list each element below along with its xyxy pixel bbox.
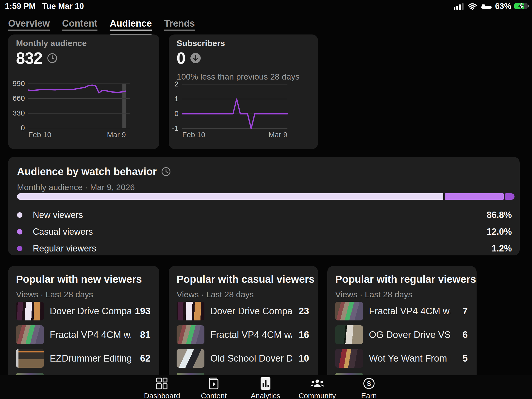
- legend-label: New viewers: [33, 210, 83, 220]
- status-date: Tue Mar 10: [42, 1, 84, 11]
- legend-value: 1.2%: [492, 243, 512, 254]
- video-list-item[interactable]: Fractal VP4 4CM w/ a 5... 16: [177, 325, 310, 344]
- card-title: Popular with regular viewers: [335, 273, 476, 285]
- x-axis-end-label: Mar 9: [268, 131, 287, 139]
- video-list-item[interactable]: Fractal VP4 4CM w/ a 5... 81: [16, 325, 151, 344]
- video-list-item[interactable]: Dover Drive Compariso... 23: [177, 302, 310, 320]
- nav-label: Earn: [361, 392, 377, 399]
- video-thumbnail: [16, 325, 44, 344]
- community-icon: [310, 377, 324, 390]
- nav-label: Content: [201, 392, 227, 399]
- video-view-count: 6: [463, 330, 468, 340]
- bottom-nav-bar: Dashboard Content Analytics Community: [0, 375, 532, 399]
- distribution-segment: [505, 193, 515, 200]
- legend-label: Regular viewers: [33, 243, 96, 254]
- video-list-item[interactable]: Fractal VP4 4CM w/ a 5... 7: [335, 302, 469, 320]
- monthly-audience-card: Monthly audience 832 990 660 330 0 Feb 1…: [8, 34, 159, 149]
- legend-dot: [17, 246, 22, 251]
- tab-audience[interactable]: Audience: [110, 16, 152, 36]
- card-subtitle: Views · Last 28 days: [335, 290, 412, 299]
- video-title: EZDrummer Editing/Mi...: [50, 353, 131, 364]
- nav-item-dashboard[interactable]: Dashboard: [136, 377, 188, 399]
- x-axis-start-label: Feb 10: [182, 131, 205, 139]
- watch-behavior-title: Audience by watch behavior: [17, 166, 157, 178]
- video-title: Fractal VP4 4CM w/ a 5...: [369, 306, 450, 316]
- legend-dot: [17, 229, 22, 234]
- video-view-count: 16: [299, 330, 309, 340]
- distribution-segment: [17, 193, 443, 200]
- legend-dot: [17, 212, 22, 218]
- video-view-count: 7: [463, 306, 468, 316]
- video-list-item[interactable]: OG Dover Drive VS BC... 6: [335, 325, 469, 344]
- y-tick: -1: [169, 124, 179, 133]
- y-tick: 2: [169, 80, 179, 88]
- video-thumbnail: [16, 349, 44, 368]
- x-axis-start-label: Feb 10: [28, 131, 51, 139]
- y-tick: 660: [9, 94, 25, 102]
- dashboard-icon: [156, 377, 168, 390]
- battery-charging-icon: [514, 2, 530, 10]
- video-thumbnail: [335, 349, 363, 368]
- card-subtitle: Views · Last 28 days: [177, 290, 254, 299]
- distribution-segment: [445, 193, 504, 200]
- card-title: Popular with new viewers: [16, 273, 142, 285]
- nav-item-content[interactable]: Content: [188, 377, 240, 399]
- focus-bed-icon: [481, 2, 492, 10]
- video-view-count: 10: [299, 353, 309, 364]
- video-thumbnail: [177, 325, 204, 344]
- content-icon: [208, 377, 220, 390]
- legend-value: 86.8%: [487, 210, 512, 220]
- legend-row-regular-viewers: Regular viewers 1.2%: [17, 243, 512, 254]
- legend-row-casual-viewers: Casual viewers 12.0%: [17, 226, 512, 237]
- earn-icon: $: [363, 377, 375, 390]
- video-thumbnail: [177, 349, 204, 368]
- video-title: Dover Drive Compariso...: [210, 306, 292, 316]
- video-title: OG Dover Drive VS BC...: [369, 330, 450, 340]
- legend-label: Casual viewers: [33, 227, 93, 237]
- analytics-icon: [259, 377, 272, 390]
- nav-item-analytics[interactable]: Analytics: [240, 377, 291, 399]
- video-list-item[interactable]: EZDrummer Editing/Mi... 62: [16, 349, 151, 368]
- video-thumbnail: [177, 302, 204, 320]
- video-title: Fractal VP4 4CM w/ a 5...: [210, 330, 292, 340]
- nav-label: Analytics: [251, 392, 280, 399]
- tab-trends[interactable]: Trends: [164, 16, 195, 36]
- watch-behavior-subtitle: Monthly audience · Mar 9, 2026: [17, 183, 135, 192]
- wifi-icon: [467, 2, 478, 10]
- video-list-item[interactable]: Dover Drive Compariso... 193: [16, 302, 151, 320]
- nav-item-earn[interactable]: $ Earn: [343, 377, 395, 399]
- video-title: Wot Ye Want From Me?: [369, 353, 450, 364]
- video-thumbnail: [335, 302, 363, 320]
- nav-item-community[interactable]: Community: [291, 377, 343, 399]
- audience-legend: New viewers 86.8% Casual viewers 12.0% R…: [17, 210, 512, 255]
- status-bar: 1:59 PM Tue Mar 10 63%: [0, 0, 532, 12]
- battery-percent: 63%: [495, 1, 511, 11]
- svg-text:$: $: [367, 380, 371, 387]
- video-title: Fractal VP4 4CM w/ a 5...: [50, 330, 131, 340]
- y-tick: 0: [169, 109, 179, 118]
- video-view-count: 193: [135, 306, 150, 316]
- card-subtitle: Views · Last 28 days: [16, 290, 93, 299]
- tab-content[interactable]: Content: [62, 16, 98, 36]
- nav-label: Dashboard: [144, 392, 180, 399]
- video-title: Dover Drive Compariso...: [50, 306, 131, 316]
- analytics-tab-bar: Overview Content Audience Trends: [8, 16, 195, 36]
- video-list-item[interactable]: Old School Dover Drive... 10: [177, 349, 310, 368]
- video-list-item[interactable]: Wot Ye Want From Me? 5: [335, 349, 469, 368]
- video-view-count: 62: [140, 353, 150, 364]
- status-time: 1:59 PM: [5, 1, 36, 11]
- cellular-signal-icon: [454, 2, 464, 10]
- video-thumbnail: [16, 302, 44, 320]
- y-tick: 330: [9, 109, 25, 117]
- video-view-count: 23: [299, 306, 309, 316]
- clock-icon: [161, 167, 171, 177]
- tab-overview[interactable]: Overview: [8, 16, 50, 36]
- legend-row-new-viewers: New viewers 86.8%: [17, 210, 512, 220]
- audience-distribution-bar: [17, 193, 515, 200]
- watch-behavior-card: Audience by watch behavior Monthly audie…: [8, 157, 520, 255]
- x-axis-end-label: Mar 9: [107, 131, 126, 139]
- card-title: Popular with casual viewers: [177, 273, 315, 285]
- y-tick: 990: [9, 79, 25, 88]
- nav-label: Community: [299, 392, 336, 399]
- subscribers-card: Subscribers 0 100% less than previous 28…: [169, 34, 318, 149]
